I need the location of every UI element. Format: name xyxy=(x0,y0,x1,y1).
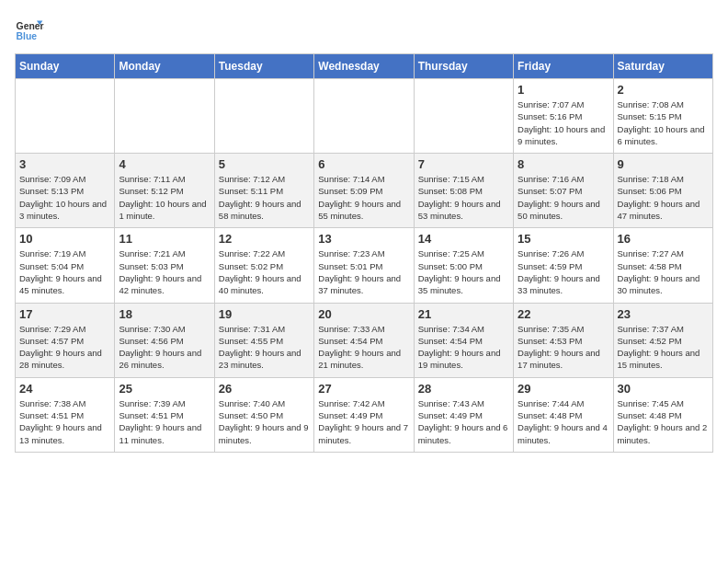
day-number: 10 xyxy=(19,232,110,246)
day-header-wednesday: Wednesday xyxy=(314,54,414,79)
calendar-cell xyxy=(115,79,214,154)
calendar-cell: 16Sunrise: 7:27 AM Sunset: 4:58 PM Dayli… xyxy=(613,228,712,303)
day-info: Sunrise: 7:34 AM Sunset: 4:54 PM Dayligh… xyxy=(418,323,509,372)
calendar-row: 24Sunrise: 7:38 AM Sunset: 4:51 PM Dayli… xyxy=(16,377,713,452)
calendar-cell: 23Sunrise: 7:37 AM Sunset: 4:52 PM Dayli… xyxy=(613,303,712,377)
calendar-cell: 9Sunrise: 7:18 AM Sunset: 5:06 PM Daylig… xyxy=(613,154,712,228)
day-number: 11 xyxy=(119,232,210,246)
logo-icon: General Blue xyxy=(15,15,44,44)
day-info: Sunrise: 7:42 AM Sunset: 4:49 PM Dayligh… xyxy=(318,397,409,446)
day-header-monday: Monday xyxy=(115,54,214,79)
day-number: 30 xyxy=(618,382,709,396)
calendar-cell: 10Sunrise: 7:19 AM Sunset: 5:04 PM Dayli… xyxy=(16,228,115,303)
calendar-cell: 1Sunrise: 7:07 AM Sunset: 5:16 PM Daylig… xyxy=(514,79,613,154)
calendar-cell: 29Sunrise: 7:44 AM Sunset: 4:48 PM Dayli… xyxy=(514,377,613,452)
day-number: 19 xyxy=(219,307,310,321)
calendar-cell: 4Sunrise: 7:11 AM Sunset: 5:12 PM Daylig… xyxy=(115,154,214,228)
calendar-cell xyxy=(414,79,513,154)
page-header: General Blue xyxy=(15,15,713,44)
calendar-cell: 7Sunrise: 7:15 AM Sunset: 5:08 PM Daylig… xyxy=(414,154,513,228)
calendar-cell xyxy=(314,79,414,154)
day-number: 22 xyxy=(518,307,609,321)
day-number: 13 xyxy=(318,232,409,246)
calendar-cell: 15Sunrise: 7:26 AM Sunset: 4:59 PM Dayli… xyxy=(514,228,613,303)
calendar-table: SundayMondayTuesdayWednesdayThursdayFrid… xyxy=(15,53,713,453)
day-info: Sunrise: 7:22 AM Sunset: 5:02 PM Dayligh… xyxy=(219,247,310,296)
day-info: Sunrise: 7:12 AM Sunset: 5:11 PM Dayligh… xyxy=(219,173,310,222)
day-info: Sunrise: 7:16 AM Sunset: 5:07 PM Dayligh… xyxy=(518,173,609,222)
day-info: Sunrise: 7:35 AM Sunset: 4:53 PM Dayligh… xyxy=(518,323,609,372)
day-number: 20 xyxy=(318,307,409,321)
day-number: 28 xyxy=(418,382,509,396)
day-number: 6 xyxy=(318,157,409,171)
day-info: Sunrise: 7:37 AM Sunset: 4:52 PM Dayligh… xyxy=(618,323,709,372)
day-header-friday: Friday xyxy=(514,54,613,79)
svg-text:Blue: Blue xyxy=(17,31,38,41)
calendar-cell: 3Sunrise: 7:09 AM Sunset: 5:13 PM Daylig… xyxy=(16,154,115,228)
calendar-cell: 22Sunrise: 7:35 AM Sunset: 4:53 PM Dayli… xyxy=(514,303,613,377)
day-header-tuesday: Tuesday xyxy=(214,54,313,79)
day-info: Sunrise: 7:09 AM Sunset: 5:13 PM Dayligh… xyxy=(19,173,110,222)
calendar-row: 3Sunrise: 7:09 AM Sunset: 5:13 PM Daylig… xyxy=(16,154,713,228)
calendar-cell: 6Sunrise: 7:14 AM Sunset: 5:09 PM Daylig… xyxy=(314,154,414,228)
day-info: Sunrise: 7:43 AM Sunset: 4:49 PM Dayligh… xyxy=(418,397,509,446)
day-header-thursday: Thursday xyxy=(414,54,513,79)
day-info: Sunrise: 7:33 AM Sunset: 4:54 PM Dayligh… xyxy=(318,323,409,372)
day-info: Sunrise: 7:07 AM Sunset: 5:16 PM Dayligh… xyxy=(518,98,609,147)
calendar-cell: 28Sunrise: 7:43 AM Sunset: 4:49 PM Dayli… xyxy=(414,377,513,452)
calendar-cell: 24Sunrise: 7:38 AM Sunset: 4:51 PM Dayli… xyxy=(16,377,115,452)
calendar-cell: 5Sunrise: 7:12 AM Sunset: 5:11 PM Daylig… xyxy=(214,154,313,228)
day-info: Sunrise: 7:44 AM Sunset: 4:48 PM Dayligh… xyxy=(518,397,609,446)
day-info: Sunrise: 7:31 AM Sunset: 4:55 PM Dayligh… xyxy=(219,323,310,372)
calendar-cell: 25Sunrise: 7:39 AM Sunset: 4:51 PM Dayli… xyxy=(115,377,214,452)
day-number: 5 xyxy=(219,157,310,171)
day-number: 8 xyxy=(518,157,609,171)
calendar-cell xyxy=(214,79,313,154)
day-info: Sunrise: 7:14 AM Sunset: 5:09 PM Dayligh… xyxy=(318,173,409,222)
day-info: Sunrise: 7:38 AM Sunset: 4:51 PM Dayligh… xyxy=(19,397,110,446)
day-number: 9 xyxy=(618,157,709,171)
calendar-cell: 11Sunrise: 7:21 AM Sunset: 5:03 PM Dayli… xyxy=(115,228,214,303)
calendar-cell: 17Sunrise: 7:29 AM Sunset: 4:57 PM Dayli… xyxy=(16,303,115,377)
day-number: 27 xyxy=(318,382,409,396)
day-info: Sunrise: 7:40 AM Sunset: 4:50 PM Dayligh… xyxy=(219,397,310,446)
day-number: 25 xyxy=(119,382,210,396)
day-header-saturday: Saturday xyxy=(613,54,712,79)
day-number: 12 xyxy=(219,232,310,246)
day-info: Sunrise: 7:39 AM Sunset: 4:51 PM Dayligh… xyxy=(119,397,210,446)
day-info: Sunrise: 7:08 AM Sunset: 5:15 PM Dayligh… xyxy=(618,98,709,147)
calendar-cell: 26Sunrise: 7:40 AM Sunset: 4:50 PM Dayli… xyxy=(214,377,313,452)
day-number: 15 xyxy=(518,232,609,246)
calendar-cell: 19Sunrise: 7:31 AM Sunset: 4:55 PM Dayli… xyxy=(214,303,313,377)
day-info: Sunrise: 7:29 AM Sunset: 4:57 PM Dayligh… xyxy=(19,323,110,372)
calendar-cell: 27Sunrise: 7:42 AM Sunset: 4:49 PM Dayli… xyxy=(314,377,414,452)
day-info: Sunrise: 7:23 AM Sunset: 5:01 PM Dayligh… xyxy=(318,247,409,296)
day-number: 2 xyxy=(618,83,709,97)
calendar-cell: 2Sunrise: 7:08 AM Sunset: 5:15 PM Daylig… xyxy=(613,79,712,154)
day-number: 29 xyxy=(518,382,609,396)
calendar-cell: 14Sunrise: 7:25 AM Sunset: 5:00 PM Dayli… xyxy=(414,228,513,303)
logo: General Blue xyxy=(15,15,44,44)
day-number: 4 xyxy=(119,157,210,171)
day-number: 21 xyxy=(418,307,509,321)
day-number: 23 xyxy=(618,307,709,321)
calendar-header-row: SundayMondayTuesdayWednesdayThursdayFrid… xyxy=(16,54,713,79)
calendar-cell: 18Sunrise: 7:30 AM Sunset: 4:56 PM Dayli… xyxy=(115,303,214,377)
day-info: Sunrise: 7:45 AM Sunset: 4:48 PM Dayligh… xyxy=(618,397,709,446)
calendar-row: 1Sunrise: 7:07 AM Sunset: 5:16 PM Daylig… xyxy=(16,79,713,154)
day-number: 18 xyxy=(119,307,210,321)
day-info: Sunrise: 7:18 AM Sunset: 5:06 PM Dayligh… xyxy=(618,173,709,222)
day-number: 1 xyxy=(518,83,609,97)
calendar-cell: 20Sunrise: 7:33 AM Sunset: 4:54 PM Dayli… xyxy=(314,303,414,377)
calendar-cell: 21Sunrise: 7:34 AM Sunset: 4:54 PM Dayli… xyxy=(414,303,513,377)
day-number: 16 xyxy=(618,232,709,246)
calendar-row: 17Sunrise: 7:29 AM Sunset: 4:57 PM Dayli… xyxy=(16,303,713,377)
day-number: 17 xyxy=(19,307,110,321)
day-info: Sunrise: 7:25 AM Sunset: 5:00 PM Dayligh… xyxy=(418,247,509,296)
day-number: 26 xyxy=(219,382,310,396)
day-info: Sunrise: 7:30 AM Sunset: 4:56 PM Dayligh… xyxy=(119,323,210,372)
day-number: 14 xyxy=(418,232,509,246)
calendar-cell xyxy=(16,79,115,154)
day-info: Sunrise: 7:26 AM Sunset: 4:59 PM Dayligh… xyxy=(518,247,609,296)
calendar-cell: 8Sunrise: 7:16 AM Sunset: 5:07 PM Daylig… xyxy=(514,154,613,228)
